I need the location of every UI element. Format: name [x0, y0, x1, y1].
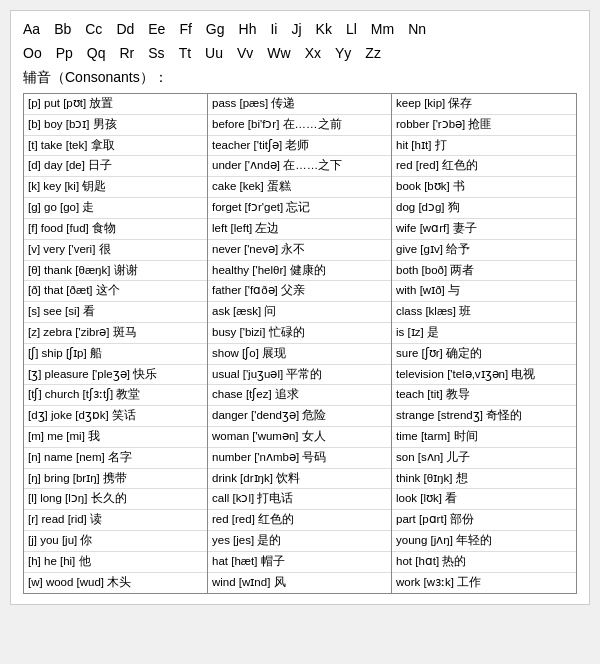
consonant-cell: [s] see [si] 看	[24, 302, 207, 323]
alphabet-pair: Zz	[365, 45, 381, 61]
consonant-cell: [f] food [fud] 食物	[24, 219, 207, 240]
consonant-cell: call [kɔl] 打电话	[208, 489, 391, 510]
consonant-cell: [tʃ] church [tʃɜːtʃ] 教堂	[24, 385, 207, 406]
consonant-cell: [v] very ['veri] 很	[24, 240, 207, 261]
consonant-cell: [w] wood [wud] 木头	[24, 573, 207, 593]
consonant-cell: [l] long [lɔŋ] 长久的	[24, 489, 207, 510]
consonant-cell: time [tarm] 时间	[392, 427, 576, 448]
alphabet-pair: Hh	[239, 21, 257, 37]
consonant-cell: hat [hæt] 帽子	[208, 552, 391, 573]
consonant-cell: [g] go [go] 走	[24, 198, 207, 219]
consonant-cell: [m] me [mi] 我	[24, 427, 207, 448]
consonant-cell: pass [pæs] 传递	[208, 94, 391, 115]
alphabet-pair: Ww	[267, 45, 290, 61]
consonant-cell: part [pɑrt] 部份	[392, 510, 576, 531]
alphabet-row-line1: AaBbCcDdEeFfGgHhIiJjKkLlMmNn	[23, 21, 426, 37]
consonant-cell: is [ɪz] 是	[392, 323, 576, 344]
consonant-cell: young [jʌŋ] 年轻的	[392, 531, 576, 552]
main-page: AaBbCcDdEeFfGgHhIiJjKkLlMmNnOoPpQqRrSsTt…	[10, 10, 590, 605]
alphabet-pair: Ii	[270, 21, 277, 37]
alphabet-pair: Vv	[237, 45, 253, 61]
consonant-cell: hot [hɑt] 热的	[392, 552, 576, 573]
consonant-cell: [dʒ] joke [dʒɒk] 笑话	[24, 406, 207, 427]
consonant-cell: with [wɪð] 与	[392, 281, 576, 302]
consonant-cell: [h] he [hi] 他	[24, 552, 207, 573]
consonant-cell: [b] boy [bɔɪ] 男孩	[24, 115, 207, 136]
consonant-cell: chase [tʃez] 追求	[208, 385, 391, 406]
consonant-cell: [j] you [ju] 你	[24, 531, 207, 552]
consonant-cell: ask [æsk] 问	[208, 302, 391, 323]
alphabet-pair: Ll	[346, 21, 357, 37]
consonant-cell: [r] read [rid] 读	[24, 510, 207, 531]
consonant-cell: red [red] 红色的	[392, 156, 576, 177]
consonant-cell: teacher ['titʃə] 老师	[208, 136, 391, 157]
col-1: [p] put [pʊt] 放置[b] boy [bɔɪ] 男孩[t] take…	[24, 94, 208, 593]
consonant-cell: robber ['rɔbə] 抢匪	[392, 115, 576, 136]
consonant-cell: work [wɜːk] 工作	[392, 573, 576, 593]
consonant-cell: woman ['wumən] 女人	[208, 427, 391, 448]
consonant-cell: wife [wɑrf] 妻子	[392, 219, 576, 240]
col-2: pass [pæs] 传递before [bi'fɔr] 在……之前teache…	[208, 94, 392, 593]
alphabet-pair: Gg	[206, 21, 225, 37]
col-3: keep [kip] 保存robber ['rɔbə] 抢匪hit [hɪt] …	[392, 94, 576, 593]
consonant-cell: sure [ʃʊr] 确定的	[392, 344, 576, 365]
consonant-cell: strange [strendʒ] 奇怪的	[392, 406, 576, 427]
consonant-cell: left [left] 左边	[208, 219, 391, 240]
alphabet-pair: Cc	[85, 21, 102, 37]
consonant-cell: forget [fɔr'get] 忘记	[208, 198, 391, 219]
consonant-cell: [n] name [nem] 名字	[24, 448, 207, 469]
alphabet-pair: Xx	[305, 45, 321, 61]
alphabet-pair: Ee	[148, 21, 165, 37]
consonant-cell: dog [dɔg] 狗	[392, 198, 576, 219]
consonant-cell: danger ['dendʒə] 危险	[208, 406, 391, 427]
alphabet-pair: Oo	[23, 45, 42, 61]
consonant-cell: [ð] that [ðæt] 这个	[24, 281, 207, 302]
alphabet-pair: Tt	[179, 45, 191, 61]
consonant-cell: father ['fɑðə] 父亲	[208, 281, 391, 302]
consonant-cell: wind [wɪnd] 风	[208, 573, 391, 593]
consonant-cell: never ['nevə] 永不	[208, 240, 391, 261]
alphabet-pair: Kk	[316, 21, 332, 37]
consonant-cell: hit [hɪt] 打	[392, 136, 576, 157]
alphabet-pair: Yy	[335, 45, 351, 61]
consonant-cell: [p] put [pʊt] 放置	[24, 94, 207, 115]
alphabet-pair: Rr	[120, 45, 135, 61]
consonant-cell: [t] take [tek] 拿取	[24, 136, 207, 157]
consonant-cell: busy ['bizi] 忙碌的	[208, 323, 391, 344]
alphabet-pair: Bb	[54, 21, 71, 37]
consonant-cell: healthy ['helθr] 健康的	[208, 261, 391, 282]
consonant-cell: teach [tit] 教导	[392, 385, 576, 406]
alphabet-pair: Aa	[23, 21, 40, 37]
consonant-cell: both [boð] 两者	[392, 261, 576, 282]
consonant-cell: [d] day [de] 日子	[24, 156, 207, 177]
consonant-cell: [z] zebra ['zibrə] 斑马	[24, 323, 207, 344]
section-title: 辅音（Consonants）：	[23, 69, 577, 87]
alphabet-pair: Uu	[205, 45, 223, 61]
consonant-cell: [ŋ] bring [brɪŋ] 携带	[24, 469, 207, 490]
consonant-cell: give [gɪv] 给予	[392, 240, 576, 261]
consonant-cell: show [ʃo] 展现	[208, 344, 391, 365]
consonants-table: [p] put [pʊt] 放置[b] boy [bɔɪ] 男孩[t] take…	[23, 93, 577, 594]
consonant-cell: usual ['juʒuəl] 平常的	[208, 365, 391, 386]
consonant-cell: red [red] 红色的	[208, 510, 391, 531]
alphabet-pair: Ss	[148, 45, 164, 61]
consonant-cell: television ['telə,vɪʒən] 电视	[392, 365, 576, 386]
consonant-cell: look [lʊk] 看	[392, 489, 576, 510]
consonant-cell: drink [drɪŋk] 饮料	[208, 469, 391, 490]
alphabet-pair: Jj	[291, 21, 301, 37]
consonant-cell: before [bi'fɔr] 在……之前	[208, 115, 391, 136]
consonant-cell: number ['nʌmbə] 号码	[208, 448, 391, 469]
consonant-cell: class [klæs] 班	[392, 302, 576, 323]
alphabet-pair: Dd	[116, 21, 134, 37]
consonant-cell: cake [kek] 蛋糕	[208, 177, 391, 198]
consonant-cell: [k] key [ki] 钥匙	[24, 177, 207, 198]
consonant-cell: [θ] thank [θæŋk] 谢谢	[24, 261, 207, 282]
alphabet-row-line2: OoPpQqRrSsTtUuVvWwXxYyZz	[23, 45, 381, 61]
alphabet-pair: Mm	[371, 21, 394, 37]
consonant-cell: keep [kip] 保存	[392, 94, 576, 115]
alphabet-row-1: AaBbCcDdEeFfGgHhIiJjKkLlMmNnOoPpQqRrSsTt…	[23, 21, 577, 61]
consonant-cell: under ['ʌndə] 在……之下	[208, 156, 391, 177]
alphabet-pair: Ff	[179, 21, 191, 37]
consonant-cell: yes [jes] 是的	[208, 531, 391, 552]
consonant-cell: think [θɪŋk] 想	[392, 469, 576, 490]
